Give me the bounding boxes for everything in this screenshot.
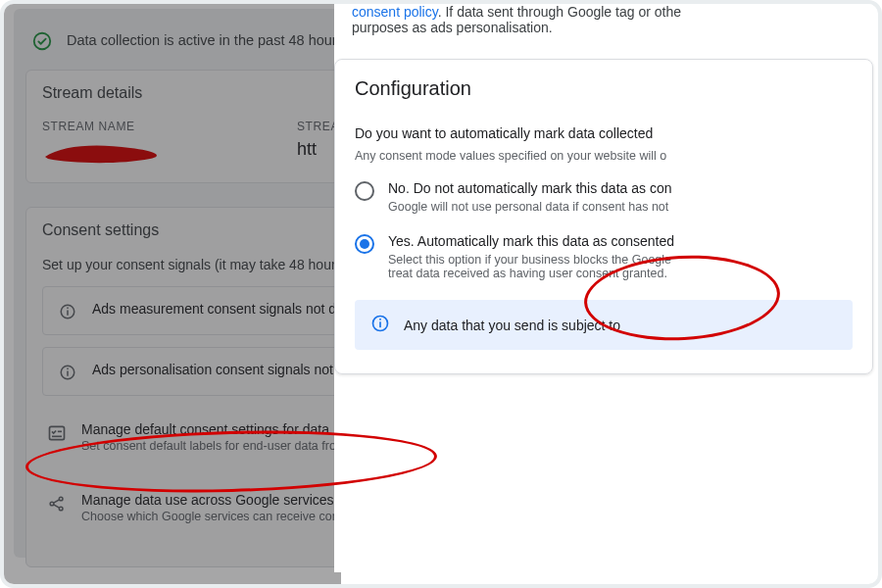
svg-rect-7	[50, 426, 65, 439]
info-text: Any data that you send is subject to	[404, 318, 620, 333]
consent-policy-link[interactable]: consent policy	[352, 4, 438, 20]
check-circle-icon	[31, 28, 53, 52]
intro-line2: purposes as ads personalisation.	[352, 20, 553, 35]
stream-name-label: STREAM NAME	[42, 120, 160, 133]
consent-config-drawer: Personal data sent to Google for adverti…	[334, 4, 873, 572]
info-icon	[57, 301, 78, 320]
option-no[interactable]: No. Do not automatically mark this data …	[355, 180, 853, 214]
option-title: No. Do not automatically mark this data …	[388, 180, 671, 196]
svg-point-11	[59, 497, 63, 501]
svg-rect-14	[379, 321, 381, 327]
share-nodes-icon	[46, 492, 68, 514]
svg-point-0	[34, 33, 51, 50]
svg-point-12	[59, 507, 63, 511]
option-yes[interactable]: Yes. Automatically mark this data as con…	[355, 233, 853, 280]
svg-point-10	[50, 502, 54, 506]
option-desc: Google will not use personal data if con…	[388, 200, 671, 214]
radio-icon[interactable]	[355, 234, 374, 254]
drawer-intro: Personal data sent to Google for adverti…	[334, 4, 873, 49]
svg-rect-6	[67, 368, 69, 370]
config-question: Do you want to automatically mark data c…	[355, 125, 853, 141]
svg-rect-2	[67, 311, 69, 316]
banner-text: Data collection is active in the past 48…	[67, 32, 348, 48]
svg-rect-9	[52, 436, 62, 438]
intro-line1-suffix: . If data sent through Google tag or oth…	[438, 4, 681, 20]
option-title: Yes. Automatically mark this data as con…	[388, 233, 674, 249]
info-icon	[370, 314, 390, 336]
checklist-icon	[46, 421, 68, 443]
configuration-card: Configuration Do you want to automatical…	[334, 59, 873, 374]
svg-rect-8	[58, 431, 62, 433]
svg-rect-5	[67, 371, 69, 376]
info-icon	[57, 362, 78, 381]
config-note: Any consent mode values specified on you…	[355, 149, 853, 163]
info-callout: Any data that you send is subject to	[355, 300, 853, 350]
radio-icon[interactable]	[355, 181, 374, 201]
redaction-mark	[42, 139, 160, 165]
svg-rect-15	[379, 318, 381, 320]
config-heading: Configuration	[355, 77, 853, 100]
option-desc: Select this option if your business bloc…	[388, 253, 674, 280]
svg-rect-3	[67, 308, 69, 310]
